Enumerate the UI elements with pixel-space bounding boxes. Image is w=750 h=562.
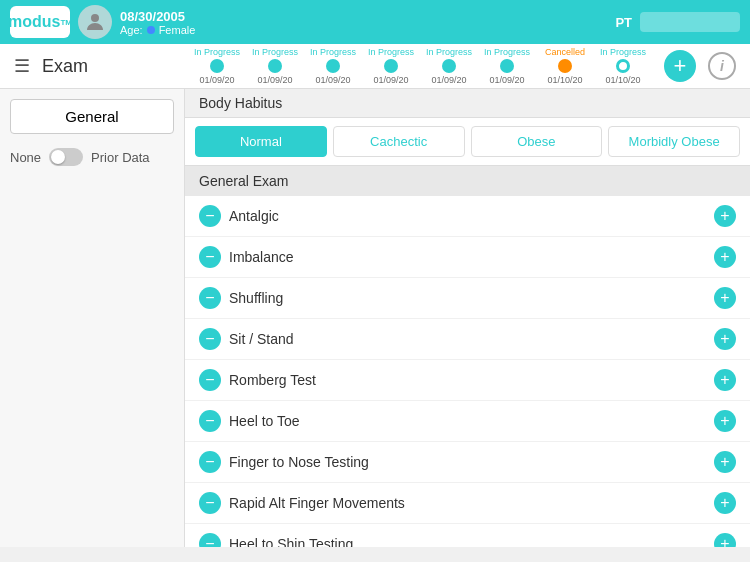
- body-habitus-header: Body Habitus: [185, 89, 750, 118]
- exam-item-label: Antalgic: [229, 208, 706, 224]
- exam-item: − Finger to Nose Testing +: [185, 442, 750, 483]
- progress-date: 01/10/20: [605, 75, 640, 85]
- minus-button[interactable]: −: [199, 246, 221, 268]
- prior-data-toggle[interactable]: [49, 148, 83, 166]
- nav-title: Exam: [42, 56, 88, 77]
- exam-item: − Romberg Test +: [185, 360, 750, 401]
- progress-item[interactable]: In Progress 01/09/20: [420, 47, 478, 85]
- minus-button[interactable]: −: [199, 492, 221, 514]
- pt-name-bar: [640, 12, 740, 32]
- progress-item[interactable]: In Progress 01/09/20: [362, 47, 420, 85]
- plus-button[interactable]: +: [714, 369, 736, 391]
- exam-item-label: Heel to Toe: [229, 413, 706, 429]
- progress-date: 01/10/20: [547, 75, 582, 85]
- progress-dot: [616, 59, 630, 73]
- progress-dot: [326, 59, 340, 73]
- app-header: modusTM 08/30/2005 Age: Female PT: [0, 0, 750, 44]
- progress-item[interactable]: In Progress 01/09/20: [478, 47, 536, 85]
- exam-item-label: Shuffling: [229, 290, 706, 306]
- hamburger-icon[interactable]: ☰: [14, 55, 30, 77]
- logo-tm: TM: [60, 18, 72, 27]
- minus-button[interactable]: −: [199, 205, 221, 227]
- gender-dot: [147, 26, 155, 34]
- plus-button[interactable]: +: [714, 451, 736, 473]
- progress-status-label: In Progress: [484, 47, 530, 57]
- exam-item: − Sit / Stand +: [185, 319, 750, 360]
- svg-point-0: [91, 14, 99, 22]
- progress-date: 01/09/20: [199, 75, 234, 85]
- progress-status-label: In Progress: [368, 47, 414, 57]
- progress-status-label: In Progress: [600, 47, 646, 57]
- exam-item-label: Sit / Stand: [229, 331, 706, 347]
- body-habitus-tab[interactable]: Obese: [471, 126, 603, 157]
- general-exam-title: General Exam: [185, 166, 750, 196]
- progress-status-label: Cancelled: [545, 47, 585, 57]
- exam-item: − Rapid Alt Finger Movements +: [185, 483, 750, 524]
- exam-item-label: Imbalance: [229, 249, 706, 265]
- patient-info: 08/30/2005 Age: Female: [120, 9, 195, 36]
- progress-status-label: In Progress: [252, 47, 298, 57]
- exam-item-label: Romberg Test: [229, 372, 706, 388]
- sidebar-section-label[interactable]: General: [10, 99, 174, 134]
- patient-age: Age: Female: [120, 24, 195, 36]
- progress-item[interactable]: In Progress 01/10/20: [594, 47, 652, 85]
- plus-button[interactable]: +: [714, 410, 736, 432]
- none-label: None: [10, 150, 41, 165]
- main-layout: General None Prior Data Body Habitus Nor…: [0, 89, 750, 547]
- exam-item: − Shuffling +: [185, 278, 750, 319]
- progress-dot: [558, 59, 572, 73]
- body-habitus-tab[interactable]: Cachectic: [333, 126, 465, 157]
- body-habitus-tab[interactable]: Morbidly Obese: [608, 126, 740, 157]
- exam-item: − Heel to Toe +: [185, 401, 750, 442]
- progress-dot: [384, 59, 398, 73]
- plus-button[interactable]: +: [714, 205, 736, 227]
- progress-date: 01/09/20: [489, 75, 524, 85]
- header-right: PT: [615, 12, 740, 32]
- exam-item: − Antalgic +: [185, 196, 750, 237]
- progress-dot: [210, 59, 224, 73]
- minus-button[interactable]: −: [199, 287, 221, 309]
- exam-item-label: Finger to Nose Testing: [229, 454, 706, 470]
- minus-button[interactable]: −: [199, 410, 221, 432]
- patient-dob: 08/30/2005: [120, 9, 195, 24]
- progress-item[interactable]: In Progress 01/09/20: [304, 47, 362, 85]
- plus-button[interactable]: +: [714, 492, 736, 514]
- toggle-knob: [51, 150, 65, 164]
- plus-button[interactable]: +: [714, 533, 736, 547]
- minus-button[interactable]: −: [199, 369, 221, 391]
- progress-date: 01/09/20: [315, 75, 350, 85]
- minus-button[interactable]: −: [199, 328, 221, 350]
- content-area: Body Habitus NormalCachecticObeseMorbidl…: [185, 89, 750, 547]
- exam-item-label: Rapid Alt Finger Movements: [229, 495, 706, 511]
- progress-status-label: In Progress: [310, 47, 356, 57]
- logo[interactable]: modusTM: [10, 6, 70, 38]
- progress-item[interactable]: Cancelled 01/10/20: [536, 47, 594, 85]
- minus-button[interactable]: −: [199, 451, 221, 473]
- add-button[interactable]: +: [664, 50, 696, 82]
- avatar[interactable]: [78, 5, 112, 39]
- plus-button[interactable]: +: [714, 328, 736, 350]
- sidebar: General None Prior Data: [0, 89, 185, 547]
- plus-button[interactable]: +: [714, 287, 736, 309]
- exam-items-list: − Antalgic + − Imbalance + − Shuffling +…: [185, 196, 750, 547]
- pt-label: PT: [615, 15, 632, 30]
- exam-item: − Heel to Shin Testing +: [185, 524, 750, 547]
- progress-item[interactable]: In Progress 01/09/20: [188, 47, 246, 85]
- progress-date: 01/09/20: [373, 75, 408, 85]
- progress-item[interactable]: In Progress 01/09/20: [246, 47, 304, 85]
- body-habitus-tabs: NormalCachecticObeseMorbidly Obese: [185, 118, 750, 166]
- info-button[interactable]: i: [708, 52, 736, 80]
- body-habitus-tab[interactable]: Normal: [195, 126, 327, 157]
- prior-data-label: Prior Data: [91, 150, 150, 165]
- progress-date: 01/09/20: [431, 75, 466, 85]
- progress-date: 01/09/20: [257, 75, 292, 85]
- exam-item-label: Heel to Shin Testing: [229, 536, 706, 547]
- minus-button[interactable]: −: [199, 533, 221, 547]
- progress-dot: [268, 59, 282, 73]
- plus-button[interactable]: +: [714, 246, 736, 268]
- progress-status-label: In Progress: [426, 47, 472, 57]
- exam-item: − Imbalance +: [185, 237, 750, 278]
- logo-text: modus: [8, 13, 60, 31]
- prior-data-row: None Prior Data: [10, 148, 174, 166]
- progress-dot: [442, 59, 456, 73]
